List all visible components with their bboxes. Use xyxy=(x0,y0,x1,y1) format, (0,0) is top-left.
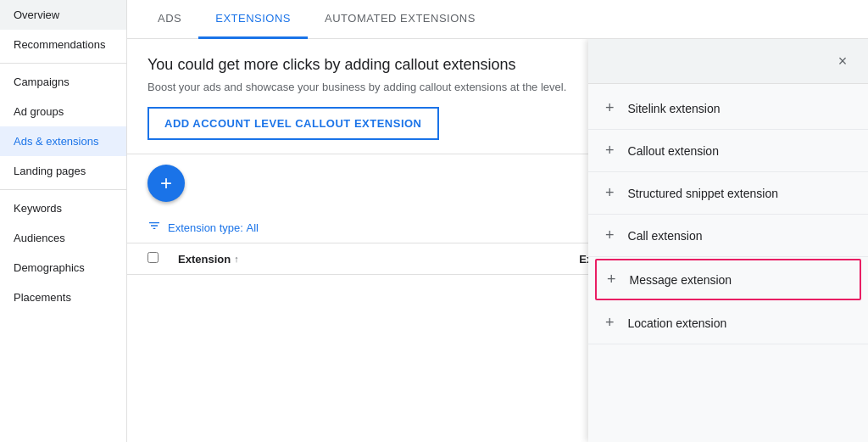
sidebar-divider-1 xyxy=(0,63,126,64)
dropdown-item-callout[interactable]: + Callout extension xyxy=(588,130,868,172)
sidebar-item-overview[interactable]: Overview xyxy=(0,0,126,30)
sidebar-item-campaigns[interactable]: Campaigns xyxy=(0,67,126,97)
sidebar-item-placements[interactable]: Placements xyxy=(0,283,126,312)
plus-icon-sitelink: + xyxy=(605,99,615,117)
sidebar: Overview Recommendations Campaigns Ad gr… xyxy=(0,0,127,442)
plus-icon-message: + xyxy=(607,271,616,288)
dropdown-item-location[interactable]: + Location extension xyxy=(588,302,868,344)
sort-arrow-icon[interactable]: ↑ xyxy=(234,254,239,264)
sidebar-item-landing-pages[interactable]: Landing pages xyxy=(0,156,126,186)
add-callout-button[interactable]: ADD ACCOUNT LEVEL CALLOUT EXTENSION xyxy=(147,107,439,140)
filter-value: All xyxy=(247,221,259,234)
structured-snippet-label: Structured snippet extension xyxy=(628,187,778,200)
close-icon: × xyxy=(838,53,848,70)
select-all-checkbox[interactable] xyxy=(147,252,164,266)
location-label: Location extension xyxy=(628,316,727,330)
plus-icon-call: + xyxy=(605,227,615,244)
plus-icon: + xyxy=(160,171,172,195)
callout-label: Callout extension xyxy=(628,144,719,158)
sidebar-item-keywords[interactable]: Keywords xyxy=(0,193,126,223)
banner-description: Boost your ads and showcase your busines… xyxy=(147,81,571,93)
tab-ads[interactable]: ADS xyxy=(141,0,198,39)
message-label: Message extension xyxy=(630,273,732,287)
sidebar-item-recommendations[interactable]: Recommendations xyxy=(0,30,126,59)
sidebar-item-ads-extensions[interactable]: Ads & extensions xyxy=(0,126,126,156)
dropdown-item-message[interactable]: + Message extension xyxy=(595,259,861,300)
filter-label[interactable]: Extension type: All xyxy=(168,221,259,234)
col-extension: Extension ↑ xyxy=(178,253,579,266)
extension-type-list: + Sitelink extension + Callout extension… xyxy=(588,84,868,348)
tab-automated-extensions[interactable]: AUTOMATED EXTENSIONS xyxy=(308,0,492,39)
close-dropdown-button[interactable]: × xyxy=(831,49,854,73)
main-content: ADS EXTENSIONS AUTOMATED EXTENSIONS You … xyxy=(127,0,868,442)
filter-icon xyxy=(147,219,161,236)
sidebar-divider-2 xyxy=(0,189,126,190)
sidebar-item-audiences[interactable]: Audiences xyxy=(0,223,126,253)
content-area: You could get more clicks by adding call… xyxy=(127,39,868,442)
sidebar-item-ad-groups[interactable]: Ad groups xyxy=(0,97,126,126)
plus-icon-structured-snippet: + xyxy=(605,184,615,202)
tab-extensions[interactable]: EXTENSIONS xyxy=(198,0,308,39)
call-label: Call extension xyxy=(628,229,703,243)
dropdown-item-sitelink[interactable]: + Sitelink extension xyxy=(588,87,868,130)
add-extension-fab[interactable]: + xyxy=(147,165,185,202)
dropdown-header: × xyxy=(588,39,868,84)
tab-bar: ADS EXTENSIONS AUTOMATED EXTENSIONS xyxy=(127,0,868,39)
sitelink-label: Sitelink extension xyxy=(628,102,721,115)
plus-icon-callout: + xyxy=(605,142,615,159)
sidebar-item-demographics[interactable]: Demographics xyxy=(0,253,126,283)
dropdown-item-call[interactable]: + Call extension xyxy=(588,215,868,257)
plus-icon-location: + xyxy=(605,314,615,332)
extension-dropdown: × + Sitelink extension + Callout extensi… xyxy=(588,39,868,442)
dropdown-item-structured-snippet[interactable]: + Structured snippet extension xyxy=(588,172,868,215)
